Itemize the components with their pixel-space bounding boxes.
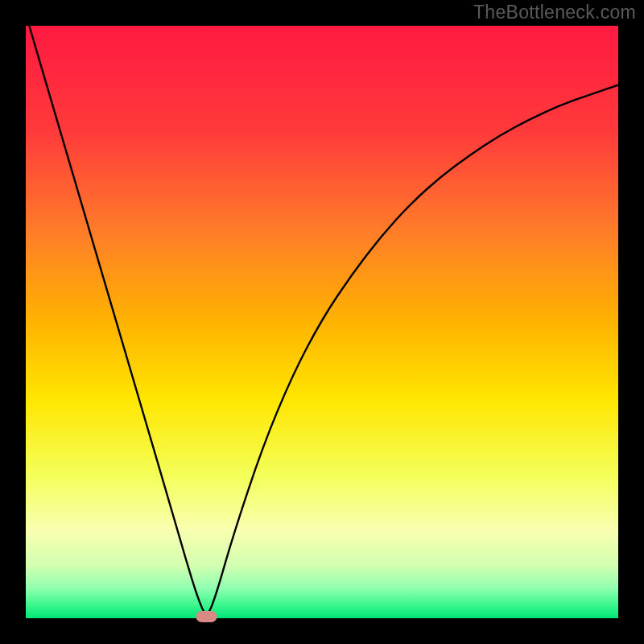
chart-svg xyxy=(0,0,644,644)
chart-frame: TheBottleneck.com xyxy=(0,0,644,644)
optimal-point-marker xyxy=(196,611,217,622)
watermark-text: TheBottleneck.com xyxy=(473,2,636,23)
svg-rect-0 xyxy=(196,611,217,622)
